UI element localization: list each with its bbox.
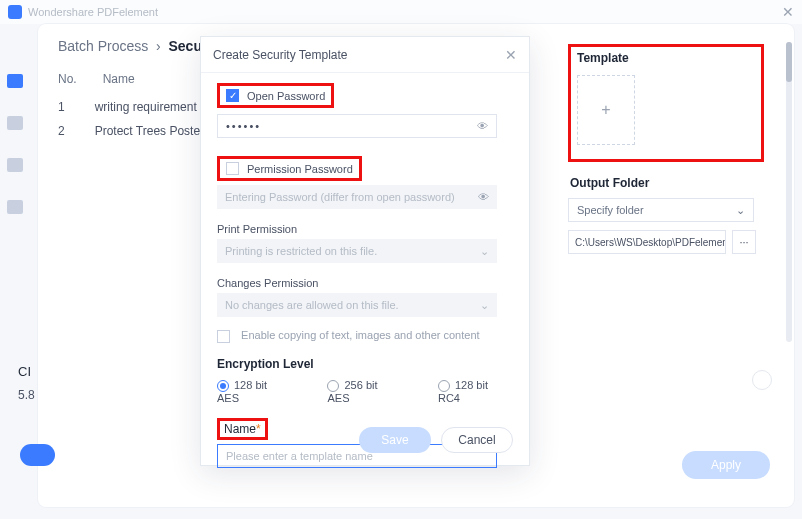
- permission-password-row-highlight: ✓ Permission Password: [217, 156, 362, 181]
- output-folder-select[interactable]: Specify folder ⌄: [568, 198, 754, 222]
- table-header: No. Name: [58, 72, 135, 86]
- open-password-input[interactable]: •••••• 👁: [217, 114, 497, 138]
- enable-copy-label: Enable copying of text, images and other…: [241, 329, 480, 341]
- ci-label: CI: [18, 364, 31, 379]
- breadcrumb: Batch Process › Security: [58, 38, 224, 54]
- right-panel: Template + Output Folder Specify folder …: [568, 44, 764, 254]
- title-bar: Wondershare PDFelement ✕: [0, 0, 802, 24]
- breadcrumb-root[interactable]: Batch Process: [58, 38, 148, 54]
- col-name: Name: [103, 72, 135, 86]
- name-label-highlight: Name*: [217, 418, 268, 440]
- open-password-checkbox[interactable]: ✓: [226, 89, 239, 102]
- encryption-radio-group: 128 bit AES 256 bit AES 128 bit RC4: [217, 379, 513, 404]
- chevron-down-icon: ⌄: [480, 245, 489, 258]
- open-password-label: Open Password: [247, 90, 325, 102]
- output-folder-label: Output Folder: [570, 176, 764, 190]
- chevron-down-icon: ⌄: [480, 299, 489, 312]
- assistant-icon[interactable]: [752, 370, 772, 390]
- print-permission-label: Print Permission: [217, 223, 513, 235]
- print-permission-select: Printing is restricted on this file.⌄: [217, 239, 497, 263]
- cancel-button[interactable]: Cancel: [441, 427, 513, 453]
- radio-icon: [217, 380, 229, 392]
- rail-item-4[interactable]: [7, 200, 23, 214]
- add-template-button[interactable]: +: [577, 75, 635, 145]
- radio-icon: [327, 380, 339, 392]
- template-heading: Template: [571, 47, 761, 73]
- bottom-action-button[interactable]: [20, 444, 55, 466]
- enc-opt-128aes[interactable]: 128 bit AES: [217, 379, 291, 404]
- eye-icon: 👁: [478, 191, 489, 203]
- scrollbar[interactable]: [786, 42, 792, 342]
- modal-title: Create Security Template: [213, 48, 348, 62]
- rail-item-3[interactable]: [7, 158, 23, 172]
- create-security-template-modal: Create Security Template ✕ ✓ Open Passwo…: [200, 36, 530, 466]
- output-path-field[interactable]: C:\Users\WS\Desktop\PDFelement\Sec: [568, 230, 726, 254]
- select-value: Specify folder: [577, 204, 644, 216]
- chevron-down-icon: ⌄: [736, 204, 745, 217]
- eye-icon[interactable]: 👁: [477, 120, 488, 132]
- permission-password-input: Entering Password (differ from open pass…: [217, 185, 497, 209]
- perm-pw-placeholder: Entering Password (differ from open pass…: [225, 191, 455, 203]
- enc-opt-256aes[interactable]: 256 bit AES: [327, 379, 401, 404]
- rail-item-1[interactable]: [7, 74, 23, 88]
- enc-opt-128rc4[interactable]: 128 bit RC4: [438, 379, 513, 404]
- col-no: No.: [58, 72, 77, 86]
- cell-no: 2: [58, 124, 65, 138]
- required-asterisk: *: [256, 422, 261, 436]
- rail-item-2[interactable]: [7, 116, 23, 130]
- cell-no: 1: [58, 100, 65, 114]
- open-password-row-highlight: ✓ Open Password: [217, 83, 334, 108]
- app-title: Wondershare PDFelement: [28, 6, 158, 18]
- permission-password-label: Permission Password: [247, 163, 353, 175]
- plus-icon: +: [601, 101, 610, 119]
- permission-password-checkbox[interactable]: ✓: [226, 162, 239, 175]
- modal-header: Create Security Template ✕: [201, 37, 529, 73]
- password-value: ••••••: [226, 120, 261, 132]
- save-button[interactable]: Save: [359, 427, 431, 453]
- changes-permission-select: No changes are allowed on this file.⌄: [217, 293, 497, 317]
- window-close-icon[interactable]: ✕: [782, 4, 794, 20]
- modal-close-icon[interactable]: ✕: [505, 47, 517, 63]
- changes-permission-label: Changes Permission: [217, 277, 513, 289]
- left-rail: [0, 24, 30, 214]
- encryption-level-label: Encryption Level: [217, 357, 513, 371]
- apply-button[interactable]: Apply: [682, 451, 770, 479]
- radio-icon: [438, 380, 450, 392]
- ci-value: 5.8: [18, 388, 35, 402]
- template-section-highlight: Template +: [568, 44, 764, 162]
- browse-folder-button[interactable]: ···: [732, 230, 756, 254]
- name-placeholder: Please enter a template name: [226, 450, 373, 462]
- name-label: Name: [224, 422, 256, 436]
- enable-copy-checkbox: ✓: [217, 330, 230, 343]
- app-logo-icon: [8, 5, 22, 19]
